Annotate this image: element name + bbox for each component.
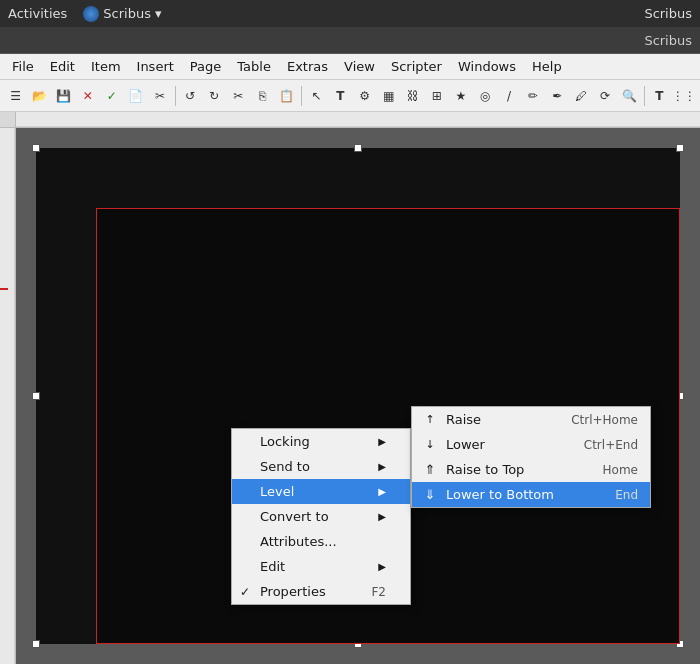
- handle-tm[interactable]: [354, 144, 362, 152]
- lower-bottom-icon: ⇓: [420, 487, 440, 502]
- raise-top-icon: ⇑: [420, 462, 440, 477]
- ctx-locking-label: Locking: [260, 434, 310, 449]
- grid-btn[interactable]: ▦: [377, 84, 400, 108]
- circle-btn[interactable]: ◎: [473, 84, 496, 108]
- ctx-send-to-arrow: ▶: [362, 461, 386, 472]
- handle-bl[interactable]: [32, 640, 40, 648]
- slash-btn[interactable]: /: [497, 84, 520, 108]
- ctx-attributes-label: Attributes...: [260, 534, 337, 549]
- settings-btn[interactable]: ⚙: [353, 84, 376, 108]
- ruler-corner: [0, 112, 16, 128]
- ctx-send-to-label: Send to: [260, 459, 310, 474]
- menu-windows[interactable]: Windows: [450, 57, 524, 76]
- ctx-properties-shortcut: F2: [347, 585, 386, 599]
- menu-file[interactable]: File: [4, 57, 42, 76]
- sub-lower-bottom-label: Lower to Bottom: [446, 487, 554, 502]
- ctx-properties-label: Properties: [260, 584, 326, 599]
- canvas-area[interactable]: Locking ▶ Send to ▶ Level ▶ Convert to ▶…: [16, 128, 700, 664]
- toolbar: ☰ 📂 💾 ✕ ✓ 📄 ✂ ↺ ↻ ✂ ⎘ 📋 ↖ T ⚙ ▦ ⛓ ⊞ ★ ◎ …: [0, 80, 700, 112]
- pen3-btn[interactable]: 🖊: [570, 84, 593, 108]
- window-title: Scribus: [644, 33, 692, 48]
- paste-btn[interactable]: 📋: [275, 84, 298, 108]
- cursor-btn[interactable]: ↖: [305, 84, 328, 108]
- copy-btn[interactable]: ⎘: [251, 84, 274, 108]
- link-btn[interactable]: ⛓: [401, 84, 424, 108]
- undo-btn[interactable]: ↺: [179, 84, 202, 108]
- context-menu: Locking ▶ Send to ▶ Level ▶ Convert to ▶…: [231, 428, 411, 605]
- title-bar: Scribus: [0, 27, 700, 54]
- menu-page[interactable]: Page: [182, 57, 229, 76]
- ctx-locking[interactable]: Locking ▶: [232, 429, 410, 454]
- sub-raise-shortcut: Ctrl+Home: [571, 413, 638, 427]
- pdf-btn[interactable]: 📄: [124, 84, 147, 108]
- open-btn[interactable]: 📂: [28, 84, 51, 108]
- star-btn[interactable]: ★: [449, 84, 472, 108]
- ctx-edit-arrow: ▶: [362, 561, 386, 572]
- red-marker: [0, 288, 8, 290]
- menu-table[interactable]: Table: [229, 57, 279, 76]
- ctx-edit-label: Edit: [260, 559, 285, 574]
- ctx-level-label: Level: [260, 484, 294, 499]
- text-btn[interactable]: T: [329, 84, 352, 108]
- handle-tl[interactable]: [32, 144, 40, 152]
- level-submenu: ↑ Raise Ctrl+Home ↓ Lower Ctrl+End ⇑ Rai…: [411, 406, 651, 508]
- sub-lower-bottom-shortcut: End: [615, 488, 638, 502]
- pen2-btn[interactable]: ✒: [546, 84, 569, 108]
- redo-btn[interactable]: ↻: [203, 84, 226, 108]
- menu-insert[interactable]: Insert: [129, 57, 182, 76]
- ctx-level-arrow: ▶: [362, 486, 386, 497]
- lower-icon: ↓: [420, 438, 440, 451]
- close-btn[interactable]: ✕: [76, 84, 99, 108]
- pen-btn[interactable]: ✏: [522, 84, 545, 108]
- ctx-attributes[interactable]: Attributes...: [232, 529, 410, 554]
- sub-lower[interactable]: ↓ Lower Ctrl+End: [412, 432, 650, 457]
- scribus-icon: [83, 6, 99, 22]
- ctx-edit[interactable]: Edit ▶: [232, 554, 410, 579]
- ctx-locking-arrow: ▶: [362, 436, 386, 447]
- sub-lower-bottom[interactable]: ⇓ Lower to Bottom End: [412, 482, 650, 507]
- ctx-convert-to-label: Convert to: [260, 509, 329, 524]
- menu-bar: File Edit Item Insert Page Table Extras …: [0, 54, 700, 80]
- sep3: [644, 86, 645, 106]
- menu-extras[interactable]: Extras: [279, 57, 336, 76]
- ruler-left: [0, 128, 16, 664]
- handle-ml[interactable]: [32, 392, 40, 400]
- menu-view[interactable]: View: [336, 57, 383, 76]
- ctx-convert-to[interactable]: Convert to ▶: [232, 504, 410, 529]
- scissors-btn[interactable]: ✂: [148, 84, 171, 108]
- sub-raise-top-shortcut: Home: [603, 463, 638, 477]
- new-btn[interactable]: ☰: [4, 84, 27, 108]
- sub-raise[interactable]: ↑ Raise Ctrl+Home: [412, 407, 650, 432]
- sep1: [175, 86, 176, 106]
- activities-label[interactable]: Activities: [8, 6, 67, 21]
- refresh-btn[interactable]: ⟳: [594, 84, 617, 108]
- top-bar: Activities Scribus ▾ Scribus: [0, 0, 700, 27]
- ctx-properties-check: ✓: [240, 585, 250, 599]
- cut-btn[interactable]: ✂: [227, 84, 250, 108]
- sub-lower-shortcut: Ctrl+End: [584, 438, 638, 452]
- scribus-label: Scribus: [103, 6, 151, 21]
- sub-raise-label: Raise: [446, 412, 481, 427]
- special-btn[interactable]: ⋮⋮: [672, 84, 696, 108]
- zoom-btn[interactable]: 🔍: [618, 84, 641, 108]
- ctx-properties[interactable]: ✓ Properties F2: [232, 579, 410, 604]
- scribus-menu[interactable]: Scribus ▾: [83, 6, 161, 22]
- menu-edit[interactable]: Edit: [42, 57, 83, 76]
- menu-scripter[interactable]: Scripter: [383, 57, 450, 76]
- sub-raise-top[interactable]: ⇑ Raise to Top Home: [412, 457, 650, 482]
- ctx-convert-to-arrow: ▶: [362, 511, 386, 522]
- check-btn[interactable]: ✓: [100, 84, 123, 108]
- ctx-level[interactable]: Level ▶: [232, 479, 410, 504]
- save-btn[interactable]: 💾: [52, 84, 75, 108]
- ctx-send-to[interactable]: Send to ▶: [232, 454, 410, 479]
- table-btn[interactable]: ⊞: [425, 84, 448, 108]
- main-area: Locking ▶ Send to ▶ Level ▶ Convert to ▶…: [0, 128, 700, 664]
- menu-help[interactable]: Help: [524, 57, 570, 76]
- text2-btn[interactable]: T: [648, 84, 671, 108]
- raise-icon: ↑: [420, 413, 440, 426]
- handle-tr[interactable]: [676, 144, 684, 152]
- menu-item[interactable]: Item: [83, 57, 129, 76]
- scribus-chevron: ▾: [155, 6, 162, 21]
- sub-raise-top-label: Raise to Top: [446, 462, 524, 477]
- ruler-top: // rendered via inline ticks below: [0, 112, 700, 128]
